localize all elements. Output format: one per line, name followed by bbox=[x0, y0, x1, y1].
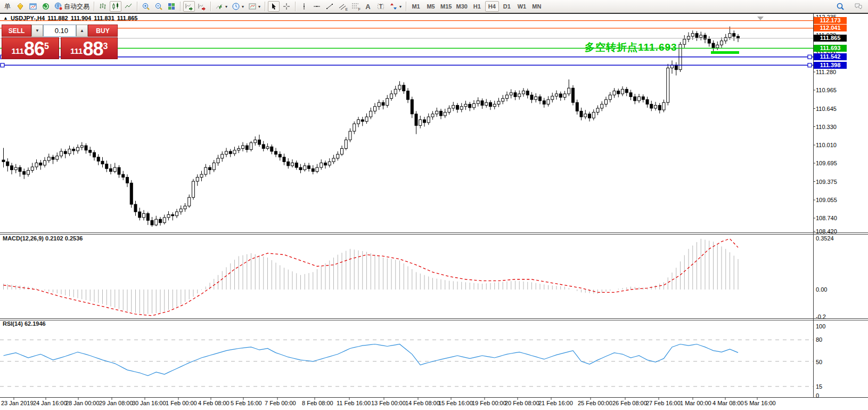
chart-header: ▲ USDJPY-,H4 111.882 111.904 111.831 111… bbox=[3, 15, 137, 21]
price-tick-label: 108.740 bbox=[816, 215, 853, 221]
price-tick-label: 110.645 bbox=[816, 106, 853, 112]
buy-price-figure: 111 bbox=[70, 44, 83, 58]
time-axis-label: 26 Feb 08:00 bbox=[612, 400, 647, 406]
time-axis-label: 24 Jan 16:00 bbox=[33, 400, 67, 406]
one-click-trading-panel: SELL ▼ 0.10 ▲ BUY 111865 111883 bbox=[2, 25, 118, 59]
time-axis-label: 30 Jan 16:00 bbox=[132, 400, 166, 406]
macd-axis-label: 0.3524 bbox=[816, 235, 853, 242]
price-tick-label: 110.330 bbox=[816, 124, 853, 130]
time-axis-label: 4 Mar 08:00 bbox=[713, 400, 744, 406]
time-axis-label: 8 Feb 08:00 bbox=[302, 400, 333, 406]
time-axis-label: 15 Feb 16:00 bbox=[438, 400, 473, 406]
time-axis-label: 11 Feb 16:00 bbox=[337, 400, 371, 406]
chart-canvas[interactable] bbox=[0, 0, 868, 410]
rsi-axis-label: 80 bbox=[816, 336, 853, 343]
green-trend-segment[interactable] bbox=[711, 51, 739, 54]
time-axis-label: 4 Feb 08:00 bbox=[198, 400, 230, 406]
pivot-annotation-text: 多空转折点111.693 bbox=[585, 41, 677, 54]
mt4-window: 单自动交易▾▾▾EFAT▾M1M5M15M30H1H4D1W1MN ▲ USDJ… bbox=[0, 0, 868, 410]
time-axis-label: 25 Feb 00:00 bbox=[578, 400, 612, 406]
rsi-axis-label: 100 bbox=[816, 323, 853, 329]
time-axis-label: 19 Feb 00:00 bbox=[472, 400, 506, 406]
chart-shift-marker-icon bbox=[757, 17, 764, 20]
time-axis-label: 5 Mar 16:00 bbox=[744, 400, 776, 406]
volume-decrease-button[interactable]: ▼ bbox=[31, 25, 43, 37]
price-tick-label: 111.280 bbox=[816, 69, 853, 75]
price-badge: 112.173 bbox=[814, 17, 847, 24]
sell-price-figure: 111 bbox=[12, 44, 24, 58]
time-axis-label: 13 Feb 00:00 bbox=[371, 400, 406, 406]
time-axis-label: 21 Feb 16:00 bbox=[538, 400, 573, 406]
sell-price-box[interactable]: 111865 bbox=[2, 37, 59, 59]
price-badge: 111.693 bbox=[814, 45, 847, 52]
sell-price-pips: 86 bbox=[24, 40, 44, 58]
time-axis-label: 28 Jan 00:00 bbox=[65, 400, 100, 406]
price-tick-label: 109.695 bbox=[816, 160, 853, 166]
price-tick-label: 110.010 bbox=[816, 142, 853, 148]
buy-price-box[interactable]: 111883 bbox=[61, 37, 118, 59]
price-badge: 111.398 bbox=[814, 62, 847, 69]
time-axis-label: 29 Jan 08:00 bbox=[99, 400, 133, 406]
price-badge: 111.542 bbox=[814, 53, 847, 60]
price-badge: 111.865 bbox=[814, 35, 847, 42]
line-handle[interactable] bbox=[808, 63, 812, 67]
time-axis-label: 1 Mar 00:00 bbox=[680, 400, 711, 406]
line-handle[interactable] bbox=[1, 63, 4, 67]
rsi-label: RSI(14) 62.1946 bbox=[3, 320, 46, 327]
ohlc-high: 111.904 bbox=[71, 15, 92, 21]
macd-label: MACD(12,26,9) 0.2102 0.2536 bbox=[3, 235, 83, 242]
collapse-chart-icon[interactable]: ▲ bbox=[3, 15, 8, 21]
ohlc-close: 111.865 bbox=[117, 15, 138, 21]
time-axis-label: 5 Feb 16:00 bbox=[231, 400, 262, 406]
time-axis-label: 23 Jan 2019 bbox=[1, 400, 34, 406]
buy-price-point: 3 bbox=[103, 35, 108, 58]
sell-button[interactable]: SELL bbox=[2, 25, 31, 37]
time-axis-label: 14 Feb 08:00 bbox=[405, 400, 440, 406]
ohlc-open: 111.882 bbox=[47, 15, 68, 21]
buy-price-pips: 88 bbox=[83, 40, 103, 58]
price-badge: 112.041 bbox=[814, 25, 847, 31]
time-axis-label: 27 Feb 16:00 bbox=[646, 400, 681, 406]
ohlc-low: 111.831 bbox=[94, 15, 114, 21]
symbol-period-label: USDJPY-,H4 bbox=[11, 15, 45, 21]
rsi-axis-label: 0 bbox=[816, 392, 853, 399]
rsi-axis-label: 50 bbox=[816, 359, 853, 365]
price-tick-label: 109.055 bbox=[816, 197, 853, 203]
macd-axis-label: -0.2 bbox=[816, 313, 853, 320]
price-tick-label: 110.965 bbox=[816, 87, 853, 93]
rsi-line bbox=[4, 344, 739, 376]
price-tick-label: 109.375 bbox=[816, 179, 853, 185]
line-handle[interactable] bbox=[808, 55, 812, 59]
time-axis-label: 7 Feb 00:00 bbox=[265, 400, 296, 406]
sell-price-point: 5 bbox=[44, 35, 49, 58]
rsi-axis-label: 15 bbox=[816, 383, 853, 390]
volume-increase-button[interactable]: ▲ bbox=[76, 25, 88, 37]
macd-axis-label: 0.00 bbox=[816, 286, 853, 293]
price-tick-label: 108.420 bbox=[816, 228, 853, 235]
time-axis-label: 1 Feb 00:00 bbox=[166, 400, 197, 406]
time-axis-label: 20 Feb 08:00 bbox=[505, 400, 539, 406]
